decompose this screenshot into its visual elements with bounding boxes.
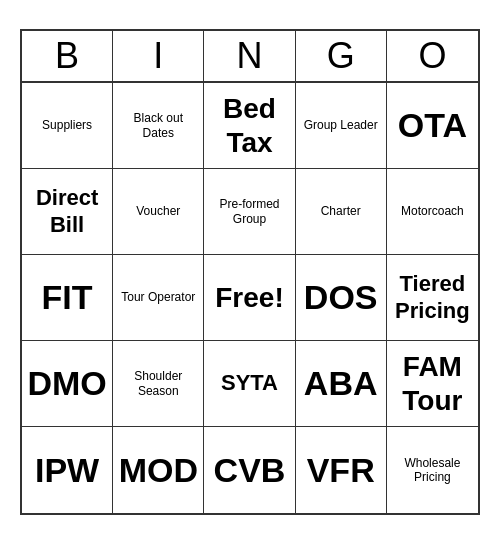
cell-r3-c4: FAM Tour: [387, 341, 478, 427]
cell-label: CVB: [214, 450, 286, 491]
cell-r4-c1: MOD: [113, 427, 204, 513]
cell-label: Suppliers: [42, 118, 92, 132]
cell-r1-c2: Pre-formed Group: [204, 169, 295, 255]
cell-label: Shoulder Season: [117, 369, 199, 398]
cell-r1-c0: Direct Bill: [22, 169, 113, 255]
cell-r2-c3: DOS: [296, 255, 387, 341]
cell-label: Direct Bill: [26, 185, 108, 238]
bingo-grid: SuppliersBlack out DatesBed TaxGroup Lea…: [22, 83, 478, 513]
cell-label: Voucher: [136, 204, 180, 218]
cell-label: Group Leader: [304, 118, 378, 132]
cell-r0-c1: Black out Dates: [113, 83, 204, 169]
cell-r3-c0: DMO: [22, 341, 113, 427]
cell-label: SYTA: [221, 370, 278, 396]
cell-r2-c2: Free!: [204, 255, 295, 341]
cell-r2-c4: Tiered Pricing: [387, 255, 478, 341]
cell-r2-c1: Tour Operator: [113, 255, 204, 341]
cell-r1-c3: Charter: [296, 169, 387, 255]
cell-r4-c3: VFR: [296, 427, 387, 513]
header-letter: B: [22, 31, 113, 81]
cell-label: OTA: [398, 105, 467, 146]
cell-label: Tiered Pricing: [391, 271, 474, 324]
cell-label: FIT: [42, 277, 93, 318]
cell-label: Bed Tax: [208, 92, 290, 159]
cell-r4-c2: CVB: [204, 427, 295, 513]
bingo-card: BINGO SuppliersBlack out DatesBed TaxGro…: [20, 29, 480, 515]
cell-label: DOS: [304, 277, 378, 318]
cell-label: DMO: [27, 363, 106, 404]
cell-r3-c3: ABA: [296, 341, 387, 427]
cell-label: Motorcoach: [401, 204, 464, 218]
cell-label: Pre-formed Group: [208, 197, 290, 226]
cell-r1-c1: Voucher: [113, 169, 204, 255]
header-letter: I: [113, 31, 204, 81]
cell-label: Free!: [215, 281, 283, 315]
cell-r0-c4: OTA: [387, 83, 478, 169]
cell-label: ABA: [304, 363, 378, 404]
cell-r4-c4: Wholesale Pricing: [387, 427, 478, 513]
cell-r0-c2: Bed Tax: [204, 83, 295, 169]
header-letter: N: [204, 31, 295, 81]
cell-label: MOD: [119, 450, 198, 491]
cell-label: Black out Dates: [117, 111, 199, 140]
header-letter: O: [387, 31, 478, 81]
cell-r1-c4: Motorcoach: [387, 169, 478, 255]
cell-label: Tour Operator: [121, 290, 195, 304]
cell-r3-c1: Shoulder Season: [113, 341, 204, 427]
cell-r0-c3: Group Leader: [296, 83, 387, 169]
cell-label: Charter: [321, 204, 361, 218]
cell-r4-c0: IPW: [22, 427, 113, 513]
cell-r3-c2: SYTA: [204, 341, 295, 427]
cell-r0-c0: Suppliers: [22, 83, 113, 169]
cell-label: FAM Tour: [391, 350, 474, 417]
cell-label: Wholesale Pricing: [391, 456, 474, 485]
header-letter: G: [296, 31, 387, 81]
cell-label: IPW: [35, 450, 99, 491]
cell-label: VFR: [307, 450, 375, 491]
bingo-header: BINGO: [22, 31, 478, 83]
cell-r2-c0: FIT: [22, 255, 113, 341]
